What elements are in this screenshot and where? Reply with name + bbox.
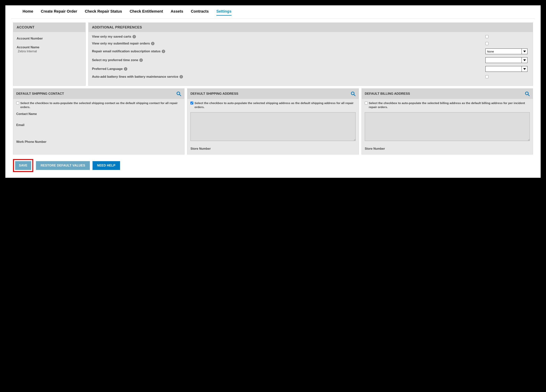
nav-create-repair-order[interactable]: Create Repair Order	[41, 9, 77, 16]
shipping-contact-panel: DEFAULT SHIPPING CONTACT Select the chec…	[13, 89, 184, 154]
chevron-down-icon	[521, 49, 527, 54]
info-icon[interactable]: i	[151, 42, 155, 45]
shipping-address-header: DEFAULT SHIPPING ADDRESS	[190, 92, 238, 96]
preferences-header: ADDITIONAL PREFERENCES	[89, 23, 533, 32]
preferences-panel: ADDITIONAL PREFERENCES View only my save…	[88, 23, 533, 86]
billing-address-panel: DEFAULT BILLING ADDRESS Select the check…	[362, 89, 533, 154]
email-label: Email	[16, 123, 181, 127]
restore-defaults-button[interactable]: RESTORE DEFAULT VALUES	[36, 161, 90, 170]
search-icon[interactable]	[351, 91, 356, 96]
svg-line-1	[180, 94, 181, 96]
account-name-label: Account Name	[17, 45, 82, 49]
nav-home[interactable]: Home	[23, 9, 33, 16]
language-select[interactable]	[485, 66, 527, 72]
shipping-contact-header: DEFAULT SHIPPING CONTACT	[16, 92, 64, 96]
timezone-value	[486, 57, 521, 63]
nav-check-repair-status[interactable]: Check Repair Status	[85, 9, 122, 16]
info-icon[interactable]: i	[139, 58, 143, 62]
shipping-contact-auto-text: Select the checkbox to auto-populate the…	[20, 101, 181, 109]
language-value	[486, 66, 521, 72]
need-help-button[interactable]: NEED HELP	[92, 161, 120, 170]
saved-carts-checkbox[interactable]	[485, 35, 488, 38]
billing-address-textarea[interactable]	[365, 112, 530, 141]
info-icon[interactable]: i	[180, 75, 183, 78]
chevron-down-icon	[521, 66, 527, 72]
saved-carts-label: View only my saved carts	[92, 35, 131, 38]
search-icon[interactable]	[176, 91, 181, 96]
email-subscription-select[interactable]: None	[485, 49, 527, 54]
info-icon[interactable]: i	[132, 35, 136, 38]
shipping-address-auto-checkbox[interactable]	[190, 101, 193, 104]
timezone-label: Select my preferred time zone	[92, 58, 138, 62]
account-number-label: Account Number	[17, 37, 82, 40]
shipping-store-label: Store Number	[190, 147, 355, 151]
auto-battery-label: Auto-add battery lines with battery main…	[92, 75, 178, 79]
nav-check-entitlement[interactable]: Check Entitlement	[130, 9, 163, 16]
shipping-address-textarea[interactable]	[190, 112, 355, 141]
save-button[interactable]: SAVE	[15, 161, 31, 170]
account-header: ACCOUNT	[13, 23, 85, 32]
account-name-value: Zebra Internal	[18, 50, 82, 53]
nav-contracts[interactable]: Contracts	[191, 9, 208, 16]
shipping-contact-auto-checkbox[interactable]	[16, 101, 19, 104]
billing-store-label: Store Number	[365, 147, 530, 151]
shipping-address-panel: DEFAULT SHIPPING ADDRESS Select the chec…	[187, 89, 359, 154]
svg-line-3	[354, 94, 355, 96]
auto-battery-checkbox[interactable]	[485, 75, 488, 78]
work-phone-label: Work Phone Number	[16, 140, 181, 144]
svg-line-5	[528, 94, 529, 96]
billing-address-auto-text: Select the checkbox to auto-populate the…	[369, 101, 530, 109]
info-icon[interactable]: i	[124, 67, 127, 71]
shipping-address-auto-text: Select the checkbox to auto-populate the…	[195, 101, 355, 109]
info-icon[interactable]: i	[162, 50, 165, 53]
search-icon[interactable]	[525, 91, 530, 96]
nav-assets[interactable]: Assets	[171, 9, 183, 16]
email-subscription-value: None	[486, 49, 521, 54]
email-subscription-label: Repair email notification subscription s…	[92, 50, 161, 53]
submitted-orders-label: View only my submitted repair orders	[92, 42, 150, 45]
contact-name-label: Contact Name	[16, 112, 181, 116]
timezone-select[interactable]	[485, 57, 527, 63]
billing-address-header: DEFAULT BILLING ADDRESS	[365, 92, 410, 96]
submitted-orders-checkbox[interactable]	[485, 42, 488, 45]
chevron-down-icon	[521, 57, 527, 63]
nav-settings[interactable]: Settings	[216, 9, 232, 16]
top-nav: Home Create Repair Order Check Repair St…	[11, 7, 535, 19]
billing-address-auto-checkbox[interactable]	[365, 101, 368, 104]
account-panel: ACCOUNT Account Number Account Name Zebr…	[13, 23, 86, 86]
save-highlight: SAVE	[13, 159, 33, 172]
language-label: Preferred Language	[92, 67, 123, 71]
